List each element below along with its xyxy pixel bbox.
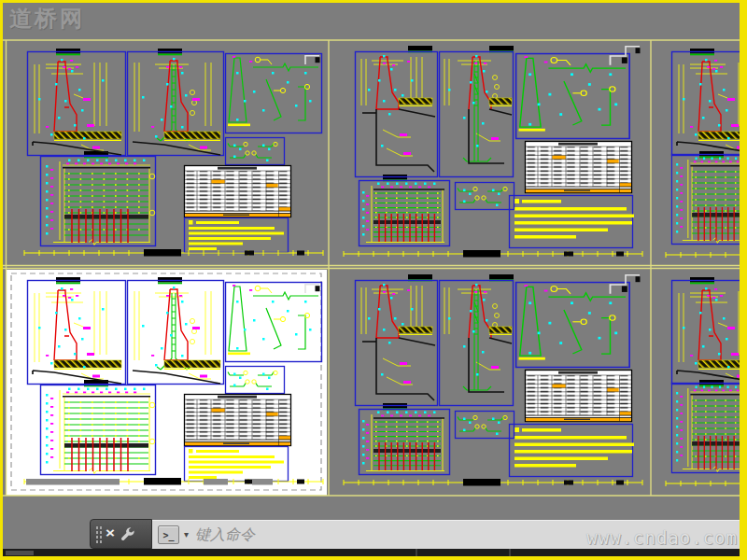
cad-canvas[interactable] [0,0,747,560]
frame-border-top [0,0,747,3]
command-input-area[interactable]: >_ ▾ www.cndao.com [152,520,747,549]
sheet-top-middle[interactable] [344,46,642,258]
frame-border-right [740,0,747,560]
close-icon[interactable]: × [106,525,115,539]
sheet-top-left[interactable] [24,49,323,257]
command-prompt-icon[interactable]: >_ [158,525,179,544]
drag-grip-icon[interactable] [94,525,102,543]
sheet-bottom-middle[interactable] [344,274,642,486]
sheet-bottom-left[interactable] [7,270,327,496]
command-input[interactable] [193,525,741,544]
frame-border-bottom [0,556,747,560]
recent-commands-dropdown-icon[interactable]: ▾ [184,530,189,539]
command-bar-handle[interactable]: × [90,519,152,549]
sheet-bottom-right[interactable] [666,277,747,487]
command-bar[interactable]: × >_ ▾ www.cndao.com [90,519,747,549]
customize-wrench-icon[interactable] [119,525,136,543]
status-strip-grip [6,551,34,555]
watermark-site-name: 道桥网 [9,4,85,34]
sheet-top-right[interactable] [666,49,747,259]
application-window: 道桥网 [0,0,747,560]
frame-border-left [0,0,3,560]
